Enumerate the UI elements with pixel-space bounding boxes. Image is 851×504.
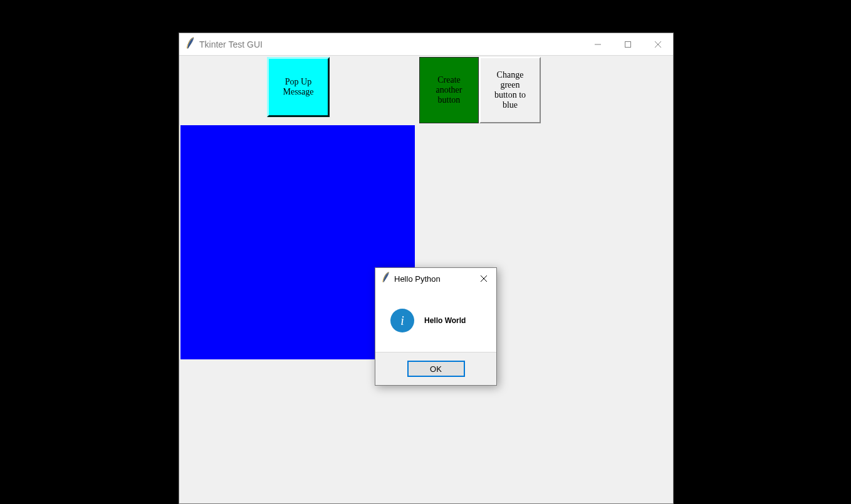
titlebar-controls: [583, 33, 673, 55]
svg-rect-1: [625, 41, 631, 47]
minimize-button[interactable]: [583, 33, 613, 55]
info-icon: i: [390, 309, 414, 332]
create-another-button[interactable]: Create another button: [419, 57, 479, 123]
dialog-title: Hello Python: [394, 274, 441, 284]
close-button[interactable]: [643, 33, 673, 55]
main-window-title: Tkinter Test GUI: [199, 39, 263, 49]
dialog-body: i Hello World: [375, 289, 496, 352]
dialog-titlebar[interactable]: Hello Python: [375, 268, 496, 289]
dialog-message: Hello World: [424, 316, 466, 325]
change-green-to-blue-button[interactable]: Change green button to blue: [479, 57, 541, 123]
ok-button[interactable]: OK: [407, 361, 465, 377]
maximize-button[interactable]: [613, 33, 643, 55]
feather-icon: [380, 272, 390, 285]
dialog-close-button[interactable]: [471, 268, 496, 289]
dialog-button-row: OK: [375, 352, 496, 385]
main-titlebar[interactable]: Tkinter Test GUI: [179, 33, 673, 56]
feather-icon: [184, 37, 196, 52]
popup-message-button[interactable]: Pop Up Message: [267, 57, 330, 117]
message-dialog: Hello Python i Hello World OK: [375, 267, 497, 386]
